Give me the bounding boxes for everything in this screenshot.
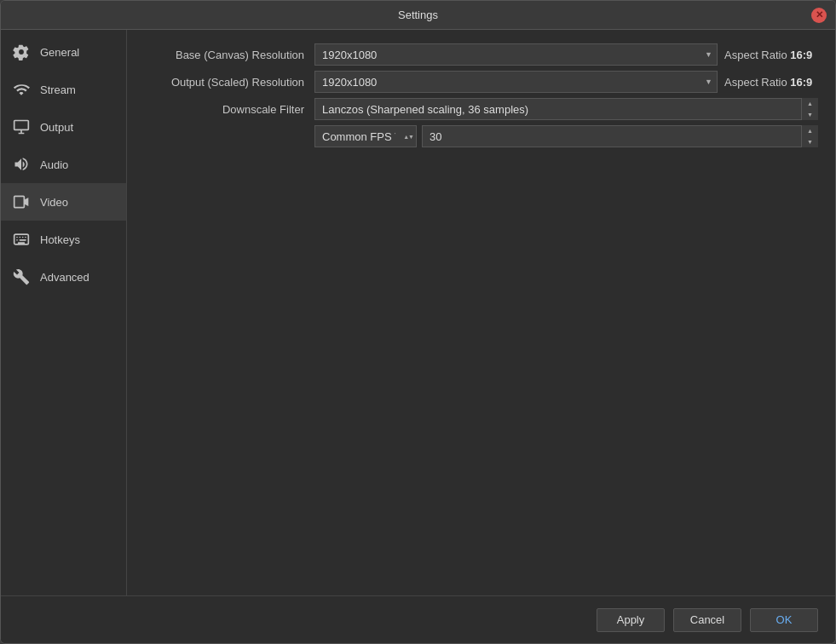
- sidebar: General Stream: [1, 30, 127, 595]
- video-settings-panel: Base (Canvas) Resolution 1920x1080 1280x…: [127, 30, 835, 595]
- svg-rect-3: [14, 196, 25, 207]
- output-icon: [11, 117, 32, 137]
- downscale-filter-select[interactable]: Lanczos (Sharpened scaling, 36 samples) …: [314, 98, 818, 120]
- sidebar-item-stream[interactable]: Stream: [1, 71, 126, 108]
- sidebar-item-video[interactable]: Video: [1, 183, 126, 221]
- sidebar-item-audio[interactable]: Audio: [1, 146, 126, 183]
- titlebar: Settings ✕: [1, 1, 835, 30]
- base-resolution-combo-wrapper: 1920x1080 1280x720 2560x1440: [314, 43, 718, 66]
- gear-icon: [11, 42, 32, 62]
- downscale-filter-label: Downscale Filter: [144, 103, 314, 116]
- close-button[interactable]: ✕: [811, 8, 827, 23]
- stream-icon: [11, 79, 32, 100]
- main-layout: General Stream: [1, 30, 835, 595]
- downscale-filter-wrapper: Lanczos (Sharpened scaling, 36 samples) …: [314, 98, 818, 120]
- output-resolution-label: Output (Scaled) Resolution: [144, 76, 314, 89]
- wrench-icon: [11, 267, 32, 287]
- output-resolution-control: 1920x1080 1280x720 2560x1440 Aspect Rati…: [314, 71, 818, 93]
- fps-type-select[interactable]: Common FPS Values Integer FPS Value Frac…: [314, 125, 417, 147]
- downscale-spin-arrows: ▲ ▼: [801, 98, 818, 120]
- ok-button[interactable]: OK: [750, 608, 818, 632]
- cancel-button[interactable]: Cancel: [673, 608, 741, 632]
- base-resolution-label: Base (Canvas) Resolution: [144, 49, 314, 61]
- settings-window: Settings ✕ General S: [0, 0, 836, 644]
- fps-up-arrow[interactable]: ▲: [802, 125, 818, 136]
- downscale-up-arrow[interactable]: ▲: [802, 98, 818, 109]
- audio-icon: [11, 154, 32, 175]
- bottom-bar: Apply Cancel OK: [1, 595, 835, 643]
- output-resolution-combo-wrapper: 1920x1080 1280x720 2560x1440: [314, 71, 718, 93]
- output-resolution-select[interactable]: 1920x1080 1280x720 2560x1440: [314, 71, 718, 93]
- apply-button[interactable]: Apply: [597, 608, 665, 632]
- fps-select-wrapper: Common FPS Values Integer FPS Value Frac…: [314, 125, 417, 147]
- video-icon: [11, 192, 32, 212]
- sidebar-item-output[interactable]: Output: [1, 108, 126, 146]
- sidebar-label-audio: Audio: [40, 158, 68, 171]
- sidebar-label-stream: Stream: [40, 83, 76, 96]
- fps-spinner: ▲ ▼: [801, 125, 818, 147]
- output-resolution-row: Output (Scaled) Resolution 1920x1080 128…: [144, 71, 818, 93]
- sidebar-label-general: General: [40, 46, 79, 59]
- sidebar-label-advanced: Advanced: [40, 271, 89, 284]
- sidebar-label-video: Video: [40, 196, 68, 209]
- sidebar-label-output: Output: [40, 121, 73, 134]
- downscale-filter-row: Downscale Filter Lanczos (Sharpened scal…: [144, 98, 818, 120]
- fps-value-input[interactable]: [422, 125, 818, 147]
- sidebar-item-hotkeys[interactable]: Hotkeys: [1, 221, 126, 258]
- fps-value-wrapper: ▲ ▼: [422, 125, 818, 147]
- base-resolution-control: 1920x1080 1280x720 2560x1440 Aspect Rati…: [314, 43, 818, 66]
- downscale-down-arrow[interactable]: ▼: [802, 109, 818, 120]
- fps-down-arrow[interactable]: ▼: [802, 136, 818, 147]
- keyboard-icon: [11, 229, 32, 250]
- base-resolution-row: Base (Canvas) Resolution 1920x1080 1280x…: [144, 43, 818, 66]
- sidebar-item-general[interactable]: General: [1, 33, 126, 71]
- svg-rect-0: [14, 121, 29, 130]
- base-resolution-select[interactable]: 1920x1080 1280x720 2560x1440: [314, 43, 718, 66]
- fps-row: Common FPS Values Integer FPS Value Frac…: [144, 125, 818, 147]
- sidebar-item-advanced[interactable]: Advanced: [1, 258, 126, 296]
- window-title: Settings: [398, 9, 438, 21]
- sidebar-label-hotkeys: Hotkeys: [40, 233, 80, 246]
- downscale-filter-control: Lanczos (Sharpened scaling, 36 samples) …: [314, 98, 818, 120]
- base-aspect-ratio: Aspect Ratio 16:9: [724, 49, 818, 61]
- output-aspect-ratio: Aspect Ratio 16:9: [724, 76, 818, 89]
